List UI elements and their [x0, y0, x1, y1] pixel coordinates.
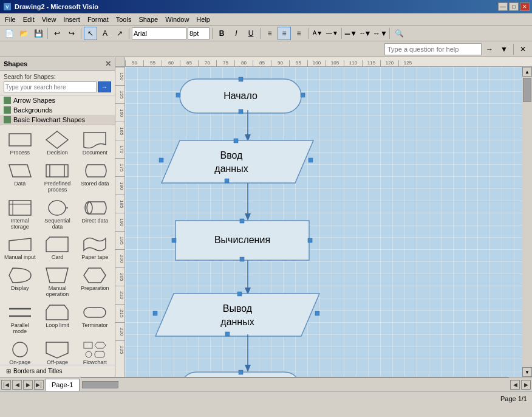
svg-rect-38: [225, 179, 229, 183]
menu-tools[interactable]: Tools: [112, 15, 135, 24]
menu-window[interactable]: Window: [162, 15, 193, 24]
pointer-button[interactable]: ↖: [84, 27, 97, 40]
new-button[interactable]: 📄: [2, 27, 16, 40]
align-right-button[interactable]: ≡: [292, 27, 305, 40]
menu-view[interactable]: View: [38, 15, 60, 24]
italic-button[interactable]: I: [230, 27, 243, 40]
page-prev-button[interactable]: ◀: [12, 380, 22, 390]
sep7: [341, 28, 342, 39]
window-controls[interactable]: — □ ✕: [498, 2, 530, 11]
ruler-mark-80: 80: [234, 60, 253, 66]
save-button[interactable]: 💾: [32, 27, 45, 40]
help-input[interactable]: [384, 43, 482, 55]
fill-color-button[interactable]: A▼: [311, 27, 324, 40]
shape-terminator[interactable]: Terminator: [77, 302, 112, 336]
menu-file[interactable]: File: [1, 15, 19, 24]
line-color-button[interactable]: —▼: [326, 27, 339, 40]
help-search-button[interactable]: →: [483, 43, 496, 56]
shape-internal[interactable]: Internal storage: [2, 197, 38, 232]
close-panel-button[interactable]: ✕: [516, 43, 530, 56]
shape-preparation[interactable]: Preparation: [77, 264, 112, 299]
undo-button[interactable]: ↩: [50, 27, 64, 40]
vertical-scrollbar[interactable]: ▲ ▼: [522, 67, 532, 377]
category-backgrounds[interactable]: Backgrounds: [0, 105, 115, 115]
shape-predefined[interactable]: Predefined process: [40, 160, 75, 195]
shape-calc-svg[interactable]: Вычисления: [172, 218, 324, 266]
menu-edit[interactable]: Edit: [19, 15, 38, 24]
shape-end-svg[interactable]: Конец: [174, 369, 332, 377]
shape-data[interactable]: Data: [2, 160, 38, 195]
shapes-search-button[interactable]: →: [98, 81, 111, 92]
drawing-canvas[interactable]: Начало Ввод данных: [125, 67, 522, 377]
ruler-v-160: 160: [115, 103, 124, 122]
maximize-button[interactable]: □: [509, 2, 519, 11]
page-tab-1[interactable]: Page-1: [45, 379, 80, 391]
ruler-v-215: 215: [115, 304, 124, 322]
bold-button[interactable]: B: [215, 27, 228, 40]
page-last-button[interactable]: ▶|: [34, 380, 44, 390]
shapes-bottom-borders[interactable]: ⊞ Borders and Titles: [4, 367, 111, 376]
shapes-search-input[interactable]: [4, 81, 97, 92]
connector-button[interactable]: ↗: [113, 27, 126, 40]
shape-manual-input-icon: [7, 235, 33, 254]
menu-help[interactable]: Help: [193, 15, 214, 24]
minimize-button[interactable]: —: [498, 2, 508, 11]
help-options-button[interactable]: ▼: [497, 43, 511, 56]
shape-direct-label: Direct data: [81, 218, 108, 224]
page-first-button[interactable]: |◀: [1, 380, 11, 390]
text-button[interactable]: A: [98, 27, 112, 40]
sep2: [81, 28, 81, 39]
svg-marker-14: [9, 238, 31, 250]
scroll-track[interactable]: [523, 77, 531, 367]
align-left-button[interactable]: ≡: [263, 27, 276, 40]
shape-flowchart[interactable]: Flowchart shapes: [77, 339, 112, 365]
menu-insert[interactable]: Insert: [60, 15, 84, 24]
shape-decision[interactable]: Decision: [40, 129, 75, 157]
category-arrow-shapes[interactable]: Arrow Shapes: [0, 95, 115, 105]
shape-manual-op[interactable]: Manual operation: [40, 264, 75, 299]
shape-document-icon: [81, 130, 108, 150]
shape-display[interactable]: Display: [2, 264, 38, 299]
scroll-h-left-button[interactable]: ◀: [510, 380, 520, 390]
category-basic-flowchart[interactable]: Basic Flowchart Shapes: [0, 115, 115, 125]
shape-paper-tape[interactable]: Paper tape: [77, 233, 112, 262]
zoom-button[interactable]: 🔍: [392, 27, 406, 40]
ruler-mark-120: 120: [380, 60, 398, 66]
line-dash-button[interactable]: ╌▼: [359, 27, 372, 40]
shape-preparation-label: Preparation: [81, 286, 109, 292]
menu-format[interactable]: Format: [84, 15, 112, 24]
redo-button[interactable]: ↪: [65, 27, 78, 40]
shape-document[interactable]: Document: [77, 129, 112, 157]
align-center-button[interactable]: ≡: [278, 27, 291, 40]
shape-terminator-label: Terminator: [82, 323, 108, 329]
shape-flowchart-icon: [81, 340, 108, 359]
close-button[interactable]: ✕: [520, 2, 530, 11]
font-selector[interactable]: [132, 27, 186, 40]
shape-direct[interactable]: Direct data: [77, 197, 112, 232]
shape-parallel[interactable]: Parallel mode: [2, 302, 38, 336]
font-size[interactable]: [188, 27, 210, 40]
shape-stored[interactable]: Stored data: [77, 160, 112, 195]
shape-sequential[interactable]: Sequential data: [40, 197, 75, 232]
open-button[interactable]: 📂: [17, 27, 30, 40]
svg-marker-15: [46, 237, 68, 252]
shape-onpage[interactable]: On-page reference: [2, 339, 38, 365]
scroll-down-button[interactable]: ▼: [522, 367, 532, 377]
underline-button[interactable]: U: [244, 27, 257, 40]
shape-manual-input[interactable]: Manual input: [2, 233, 38, 262]
shape-offpage[interactable]: Off-page reference: [40, 339, 75, 365]
shape-loop[interactable]: Loop limit: [40, 302, 75, 336]
shapes-panel-close[interactable]: ✕: [105, 60, 111, 68]
svg-rect-27: [95, 351, 104, 357]
line-weight-button[interactable]: ═▼: [344, 27, 358, 40]
scroll-up-button[interactable]: ▲: [522, 67, 532, 77]
sep4: [212, 28, 213, 39]
connector-style-button[interactable]: ↔▼: [373, 27, 387, 40]
shape-process[interactable]: Process: [2, 129, 38, 157]
category-arrow-icon: [4, 97, 11, 104]
scroll-h-right-button[interactable]: ▶: [521, 380, 531, 390]
shape-card[interactable]: Card: [40, 233, 75, 262]
page-next-button[interactable]: ▶: [23, 380, 33, 390]
scroll-thumb[interactable]: [523, 78, 531, 102]
menu-shape[interactable]: Shape: [135, 15, 162, 24]
